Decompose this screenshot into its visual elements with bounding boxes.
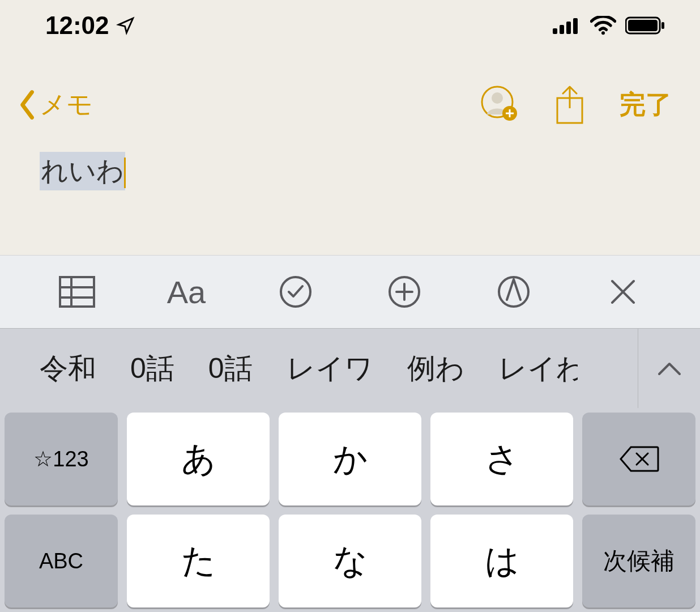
svg-point-19 (281, 277, 310, 307)
text-format-label: Aa (167, 274, 206, 311)
key-next-candidate[interactable]: 次候補 (582, 515, 695, 607)
chevron-left-icon (17, 89, 37, 121)
back-button[interactable]: メモ (17, 87, 93, 122)
share-icon[interactable] (554, 84, 586, 125)
add-attachment-button[interactable] (382, 269, 427, 314)
add-person-icon[interactable] (480, 85, 520, 125)
key-backspace[interactable] (582, 413, 695, 505)
backspace-icon (618, 445, 659, 473)
keyboard-row-2: ABC た な は 次候補 (5, 515, 695, 607)
text-cursor (124, 158, 126, 188)
key-symbols-label: ☆123 (33, 447, 88, 471)
signal-icon (553, 16, 581, 35)
candidate-item[interactable]: 例わ (390, 338, 481, 399)
key-sa[interactable]: さ (430, 413, 573, 505)
note-editor[interactable]: れいわ (40, 152, 660, 190)
svg-rect-3 (573, 18, 578, 34)
checklist-button[interactable] (273, 269, 318, 314)
location-arrow-icon (116, 16, 135, 35)
key-next-candidate-label: 次候補 (603, 545, 675, 577)
key-a[interactable]: あ (127, 413, 270, 505)
back-label: メモ (40, 87, 93, 122)
status-right (553, 16, 666, 35)
markup-button[interactable] (491, 269, 536, 314)
battery-icon (625, 16, 666, 35)
candidate-item[interactable]: レイワ (270, 338, 390, 399)
svg-point-4 (601, 31, 605, 35)
text-format-button[interactable]: Aa (164, 269, 209, 314)
key-ka[interactable]: か (279, 413, 421, 505)
insert-table-button[interactable] (54, 269, 100, 314)
nav-actions: 完了 (480, 84, 672, 125)
ime-candidate-bar: 令和 0話 0話 レイワ 例わ レイわ (0, 329, 700, 408)
candidate-item[interactable]: レイわ (481, 338, 578, 399)
key-abc[interactable]: ABC (5, 515, 118, 607)
status-bar: 12:02 (0, 0, 700, 51)
expand-candidates-button[interactable] (638, 329, 700, 408)
svg-point-9 (492, 92, 503, 104)
svg-rect-15 (60, 277, 94, 307)
ime-composing-text: れいわ (40, 152, 125, 190)
candidate-item[interactable]: 0話 (113, 338, 191, 399)
key-abc-label: ABC (39, 549, 83, 573)
key-symbols[interactable]: ☆123 (5, 413, 118, 505)
done-button[interactable]: 完了 (620, 87, 672, 122)
candidate-item[interactable]: 0話 (191, 338, 270, 399)
nav-bar: メモ 完了 (0, 74, 700, 136)
svg-rect-1 (560, 25, 564, 34)
keyboard-row-1: ☆123 あ か さ (5, 413, 695, 505)
candidate-item[interactable]: 令和 (23, 338, 113, 399)
svg-rect-6 (628, 20, 658, 31)
key-ta[interactable]: た (127, 515, 270, 607)
key-na[interactable]: な (279, 515, 421, 607)
notes-accessory-toolbar: Aa (0, 255, 700, 329)
svg-rect-7 (661, 22, 664, 29)
keyboard: ☆123 あ か さ ABC た な は 次候補 (0, 408, 700, 612)
status-left: 12:02 (45, 11, 135, 40)
svg-rect-0 (553, 28, 557, 34)
close-toolbar-button[interactable] (600, 269, 646, 314)
svg-rect-2 (566, 22, 571, 34)
key-ha[interactable]: は (430, 515, 573, 607)
wifi-icon (590, 16, 616, 35)
status-time: 12:02 (45, 11, 109, 40)
